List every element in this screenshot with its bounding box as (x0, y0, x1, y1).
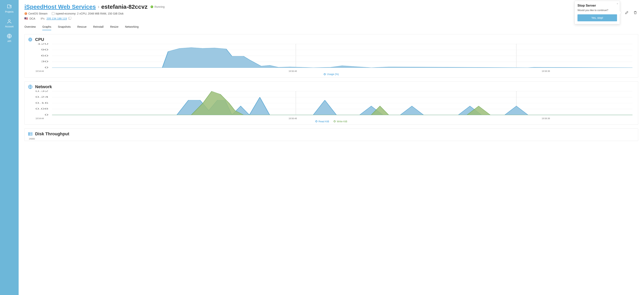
main-content: × Stop Server Would you like to continue… (18, 0, 644, 295)
svg-text:0.24: 0.24 (35, 96, 48, 98)
status-dot-icon (150, 5, 153, 8)
tab-snapshots[interactable]: Snapshots (58, 24, 70, 30)
cpu-xaxis: 18:54:44 18:56:48 18:58:38 (28, 70, 635, 72)
projects-icon (6, 4, 12, 9)
disk-ytick: 24000 (28, 138, 635, 140)
sidebar: Projects Account API (0, 0, 18, 295)
server-meta-row-1: CentOS Stream ispeed-economy: 2 vCPU, 20… (24, 12, 638, 15)
tab-networking[interactable]: Networking (125, 24, 138, 30)
svg-point-33 (29, 133, 30, 133)
account-icon (6, 18, 12, 24)
legend-item[interactable]: Usage (%) (324, 73, 339, 76)
os-name: CentOS Stream (28, 12, 48, 15)
tab-rescue[interactable]: Rescue (77, 24, 86, 30)
legend-label: Read KiB (318, 120, 329, 123)
region-code: DCA (30, 17, 35, 20)
svg-rect-4 (29, 38, 32, 41)
xaxis-tick: 18:54:44 (36, 117, 44, 120)
stop-server-popover: × Stop Server Would you like to continue… (574, 1, 620, 24)
disk-title: Disk Throughput (35, 131, 69, 136)
project-link[interactable]: iSpeedHost Web Services (24, 3, 96, 10)
tab-resize[interactable]: Resize (110, 24, 118, 30)
sidebar-item-label: Account (5, 25, 14, 28)
globe-icon (28, 84, 33, 89)
xaxis-tick: 18:54:44 (36, 70, 44, 72)
network-legend: Read KiB Write KiB (28, 120, 635, 123)
legend-item[interactable]: Read KiB (316, 120, 329, 123)
status-badge: Running (150, 5, 164, 8)
legend-item[interactable]: Write KiB (334, 120, 347, 123)
network-xaxis: 18:54:44 18:56:48 18:58:38 (28, 117, 635, 120)
api-icon (6, 33, 12, 39)
sidebar-item-projects[interactable]: Projects (5, 3, 14, 14)
xaxis-tick: 18:58:38 (542, 117, 550, 120)
svg-text:0.16: 0.16 (35, 102, 48, 104)
sidebar-item-api[interactable]: API (6, 32, 12, 43)
popover-body: Would you like to continue? (578, 9, 617, 12)
xaxis-tick: 18:56:48 (289, 117, 297, 120)
status-text: Running (154, 5, 164, 8)
legend-label: Write KiB (337, 120, 347, 123)
svg-text:0.08: 0.08 (35, 108, 48, 110)
copy-ip-button[interactable] (68, 17, 71, 19)
sidebar-item-label: API (7, 40, 11, 43)
plan-text: ispeed-economy: 2 vCPU, 2048 MiB RAM, 15… (56, 12, 124, 15)
svg-point-0 (10, 5, 11, 6)
cpu-title: CPU (35, 37, 44, 42)
server-meta-row-2: DCA IPs 205.134.188.119 (24, 17, 638, 20)
trash-icon (633, 11, 637, 14)
edit-server-button[interactable] (624, 10, 630, 15)
network-panel: Network 00.080.160.240.32 18:54:44 18:56… (24, 81, 638, 125)
sidebar-item-label: Projects (5, 10, 14, 13)
svg-point-34 (29, 135, 30, 135)
cpu-icon (28, 37, 33, 42)
popover-close-button[interactable]: × (617, 2, 618, 5)
cpu-panel: CPU 0306090120 18:54:44 18:56:48 18:58:3… (24, 34, 638, 77)
plan-icon (52, 12, 54, 15)
ips-label: IPs (41, 17, 44, 20)
xaxis-tick: 18:56:48 (289, 70, 297, 72)
popover-title: Stop Server (578, 4, 617, 7)
svg-text:0: 0 (44, 114, 48, 116)
network-title: Network (35, 84, 52, 89)
svg-text:30: 30 (41, 60, 48, 63)
ip-link[interactable]: 205.134.188.119 (46, 17, 67, 20)
disk-icon (28, 131, 33, 136)
xaxis-tick: 18:58:38 (542, 70, 550, 72)
us-flag-icon (24, 17, 28, 20)
svg-point-1 (8, 19, 10, 21)
disk-chart: 24000 (28, 138, 635, 140)
cpu-chart-svg: 0306090120 (28, 43, 635, 70)
server-name: estefania-82ccvz (101, 3, 148, 10)
centos-icon (24, 12, 27, 15)
popover-confirm-button[interactable]: Yes, stop! (578, 14, 617, 21)
network-chart: 00.080.160.240.32 18:54:44 18:56:48 18:5… (28, 90, 635, 123)
sidebar-item-account[interactable]: Account (5, 18, 14, 29)
disk-panel: Disk Throughput 24000 (24, 128, 638, 141)
tab-reinstall[interactable]: Reinstall (93, 24, 104, 30)
cpu-legend: Usage (%) (28, 73, 635, 76)
breadcrumb: iSpeedHost Web Services › estefania-82cc… (24, 3, 638, 10)
edit-icon (625, 11, 629, 14)
svg-text:0: 0 (44, 66, 48, 69)
network-chart-svg: 00.080.160.240.32 (28, 90, 635, 118)
breadcrumb-separator: › (98, 4, 99, 9)
server-tabs: Overview Graphs Snapshots Rescue Reinsta… (24, 24, 638, 30)
svg-text:90: 90 (41, 49, 48, 51)
svg-text:120: 120 (37, 43, 48, 45)
ips-block: IPs 205.134.188.119 (41, 17, 71, 20)
plan-chip: ispeed-economy: 2 vCPU, 2048 MiB RAM, 15… (52, 12, 124, 15)
os-chip: CentOS Stream (24, 12, 48, 15)
delete-server-button[interactable] (632, 10, 638, 15)
tab-overview[interactable]: Overview (24, 24, 36, 30)
svg-text:0.32: 0.32 (35, 90, 48, 92)
cpu-chart: 0306090120 18:54:44 18:56:48 18:58:38 Us… (28, 43, 635, 76)
legend-label: Usage (%) (327, 73, 339, 76)
region-chip: DCA (24, 17, 35, 20)
tab-graphs[interactable]: Graphs (42, 24, 51, 30)
svg-rect-5 (30, 39, 31, 40)
svg-text:60: 60 (41, 54, 48, 57)
